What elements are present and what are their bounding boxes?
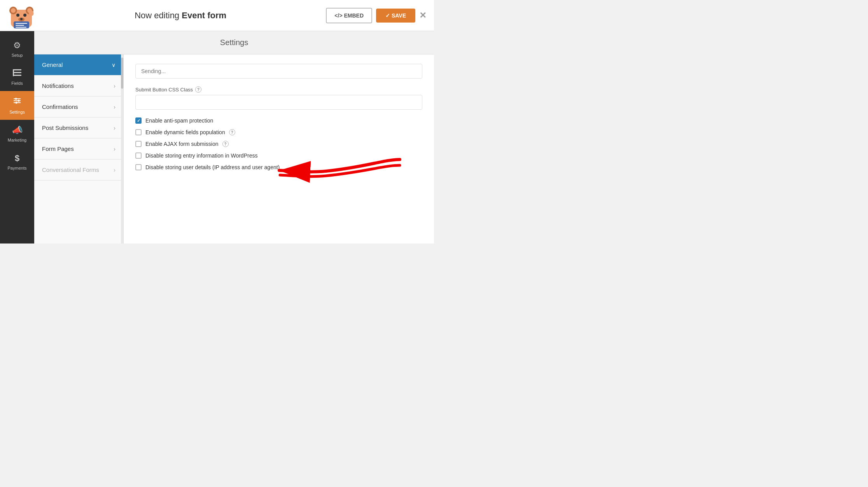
dynamic-fields-label: Enable dynamic fields population <box>145 129 225 135</box>
antispam-checkbox[interactable] <box>135 117 142 124</box>
ajax-label: Enable AJAX form submission <box>145 141 219 147</box>
sending-input[interactable] <box>135 64 422 79</box>
sidebar-item-settings[interactable]: Settings <box>0 91 34 120</box>
svg-rect-12 <box>16 25 24 26</box>
sidebar-item-payments[interactable]: $ Payments <box>0 148 34 176</box>
sending-group <box>135 64 422 79</box>
submenu-label-notifications: Notifications <box>42 82 74 89</box>
fields-icon <box>13 68 21 79</box>
settings-content: Submit Button CSS Class ? Enable anti-sp… <box>124 54 434 243</box>
svg-rect-15 <box>13 72 21 73</box>
close-button[interactable]: ✕ <box>419 11 426 21</box>
marketing-icon: 📣 <box>12 125 23 135</box>
form-title: Now editing Event form <box>35 11 326 21</box>
sidebar-label-payments: Payments <box>8 166 27 170</box>
submit-css-group: Submit Button CSS Class ? <box>135 86 422 110</box>
sidebar-label-settings: Settings <box>9 110 25 114</box>
payments-icon: $ <box>15 153 19 163</box>
ajax-help-icon[interactable]: ? <box>222 141 229 147</box>
disable-entry-label: Disable storing entry information in Wor… <box>145 152 257 159</box>
settings-panel: Settings General ∨ Notifications › Confi… <box>34 31 434 243</box>
svg-point-19 <box>15 98 17 100</box>
submenu-item-post-submissions[interactable]: Post Submissions › <box>34 117 123 138</box>
submenu-item-conversational-forms[interactable]: Conversational Forms › <box>34 159 123 180</box>
top-bar-actions: </> EMBED ✓ SAVE ✕ <box>326 8 426 23</box>
checkbox-disable-entry-row: Disable storing entry information in Wor… <box>135 152 422 159</box>
checkbox-antispam-row: Enable anti-spam protection <box>135 117 422 124</box>
svg-point-21 <box>18 100 20 102</box>
antispam-label: Enable anti-spam protection <box>145 117 213 124</box>
embed-button[interactable]: </> EMBED <box>326 8 372 23</box>
chevron-right-icon: › <box>114 146 116 152</box>
gear-icon: ⚙ <box>13 40 21 51</box>
submenu-label-form-pages: Form Pages <box>42 145 74 152</box>
sidebar-label-marketing: Marketing <box>8 138 26 142</box>
submenu-label-conversational-forms: Conversational Forms <box>42 166 99 173</box>
checkbox-dynamic-fields-row: Enable dynamic fields population ? <box>135 129 422 135</box>
submenu-item-notifications[interactable]: Notifications › <box>34 75 123 96</box>
scrollbar-thumb[interactable] <box>121 58 123 89</box>
svg-point-23 <box>16 102 18 104</box>
svg-rect-13 <box>16 27 26 28</box>
submit-css-help-icon[interactable]: ? <box>195 86 201 93</box>
submenu-item-general[interactable]: General ∨ <box>34 54 123 75</box>
settings-title: Settings <box>34 31 434 54</box>
chevron-right-icon: › <box>114 83 116 89</box>
dynamic-fields-checkbox[interactable] <box>135 129 142 135</box>
settings-icon <box>13 96 21 107</box>
chevron-down-icon: ∨ <box>112 62 116 68</box>
disable-user-label: Disable storing user details (IP address… <box>145 164 280 170</box>
svg-rect-14 <box>13 69 21 70</box>
svg-point-8 <box>20 18 23 20</box>
svg-rect-11 <box>16 23 27 24</box>
sidebar-item-fields[interactable]: Fields <box>0 63 34 91</box>
scrollbar-track <box>121 54 123 243</box>
sidebar: ⚙ Setup Fields <box>0 31 34 243</box>
main-layout: ⚙ Setup Fields <box>0 31 434 243</box>
submenu-label-general: General <box>42 61 63 68</box>
sidebar-item-marketing[interactable]: 📣 Marketing <box>0 120 34 148</box>
sidebar-label-fields: Fields <box>11 81 23 86</box>
settings-body: General ∨ Notifications › Confirmations … <box>34 54 434 243</box>
submit-css-input[interactable] <box>135 95 422 110</box>
svg-point-5 <box>16 14 19 17</box>
chevron-right-icon: › <box>114 125 116 131</box>
submenu-label-confirmations: Confirmations <box>42 103 78 110</box>
save-button[interactable]: ✓ SAVE <box>376 9 415 23</box>
submit-css-label: Submit Button CSS Class ? <box>135 86 422 93</box>
dynamic-fields-help-icon[interactable]: ? <box>229 129 235 135</box>
disable-user-checkbox[interactable] <box>135 164 142 170</box>
svg-rect-17 <box>13 69 14 76</box>
logo <box>8 2 35 29</box>
submenu-label-post-submissions: Post Submissions <box>42 124 88 131</box>
submenu-item-confirmations[interactable]: Confirmations › <box>34 96 123 117</box>
checkbox-disable-user-row: Disable storing user details (IP address… <box>135 164 422 170</box>
chevron-right-icon: › <box>114 167 116 173</box>
sidebar-label-setup: Setup <box>12 53 23 58</box>
checkbox-ajax-row: Enable AJAX form submission ? <box>135 141 422 147</box>
settings-submenu: General ∨ Notifications › Confirmations … <box>34 54 124 243</box>
submenu-item-form-pages[interactable]: Form Pages › <box>34 138 123 159</box>
top-bar: Now editing Event form </> EMBED ✓ SAVE … <box>0 0 434 31</box>
chevron-right-icon: › <box>114 104 116 110</box>
ajax-checkbox[interactable] <box>135 141 142 147</box>
sidebar-item-setup[interactable]: ⚙ Setup <box>0 35 34 63</box>
svg-point-3 <box>11 8 16 13</box>
disable-entry-checkbox[interactable] <box>135 152 142 159</box>
svg-rect-16 <box>13 75 21 76</box>
svg-point-6 <box>23 14 26 17</box>
